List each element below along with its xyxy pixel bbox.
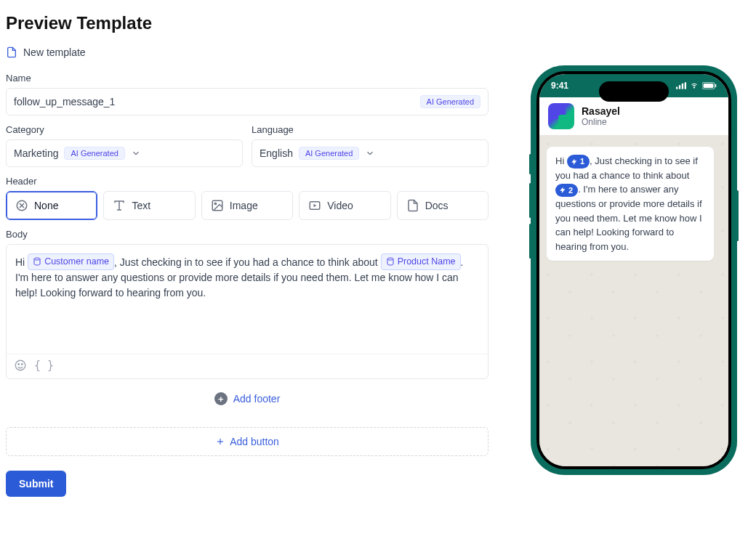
phone-time: 9:41 xyxy=(551,81,568,91)
svg-rect-16 xyxy=(676,87,677,89)
header-option-label: None xyxy=(34,200,58,211)
cancel-icon xyxy=(15,199,28,212)
cellular-icon xyxy=(676,82,686,89)
body-text-segment: Hi xyxy=(15,256,28,268)
body-editor[interactable]: Hi Customer name, Just checking in to se… xyxy=(6,244,488,379)
variable-token-label: Product Name xyxy=(398,255,456,269)
body-label: Body xyxy=(6,229,488,240)
name-input[interactable]: follow_up_message_1 AI Generated xyxy=(6,88,488,115)
plus-icon xyxy=(215,436,225,447)
message-segment: Hi xyxy=(555,155,567,166)
database-icon xyxy=(386,257,395,266)
header-option-image[interactable]: Image xyxy=(201,191,293,220)
language-label: Language xyxy=(252,124,488,135)
header-option-docs[interactable]: Docs xyxy=(397,191,488,220)
svg-point-20 xyxy=(693,87,694,88)
header-option-video[interactable]: Video xyxy=(299,191,390,220)
add-button-button[interactable]: Add button xyxy=(6,427,488,456)
category-select[interactable]: Marketing AI Generated xyxy=(6,139,243,167)
svg-marker-8 xyxy=(314,204,317,208)
ai-generated-badge: AI Generated xyxy=(420,95,480,108)
insert-variable-button[interactable]: { } xyxy=(34,359,54,374)
body-text-segment: , Just checking in to see if you had a c… xyxy=(114,256,381,268)
svg-rect-22 xyxy=(704,84,714,88)
plus-icon: + xyxy=(214,392,228,405)
chevron-down-icon xyxy=(365,148,375,158)
header-option-text[interactable]: Text xyxy=(103,191,195,220)
header-type-group: None Text Image Video Docs xyxy=(6,191,488,220)
svg-rect-17 xyxy=(679,85,680,89)
body-toolbar: { } xyxy=(7,354,488,378)
add-footer-label: Add footer xyxy=(233,393,281,405)
svg-rect-19 xyxy=(685,82,686,89)
category-value: Marketing xyxy=(14,147,58,159)
bolt-icon xyxy=(571,158,578,166)
text-icon xyxy=(113,199,126,212)
submit-button[interactable]: Submit xyxy=(6,471,66,497)
variable-token-product[interactable]: Product Name xyxy=(381,253,461,270)
svg-point-10 xyxy=(387,258,393,260)
svg-point-9 xyxy=(34,258,40,260)
language-select[interactable]: English AI Generated xyxy=(252,139,488,167)
docs-icon xyxy=(406,199,419,212)
chat-header: Rasayel Online xyxy=(539,97,728,135)
svg-rect-18 xyxy=(682,84,683,89)
svg-point-6 xyxy=(214,203,216,204)
body-text-content[interactable]: Hi Customer name, Just checking in to se… xyxy=(7,245,488,354)
svg-point-13 xyxy=(22,364,23,365)
video-icon xyxy=(308,199,321,212)
document-icon xyxy=(6,46,17,58)
language-value: English xyxy=(260,147,293,159)
variable-token-label: Customer name xyxy=(44,255,109,269)
variable-placeholder-2: 2 xyxy=(555,184,578,198)
header-option-label: Docs xyxy=(425,200,449,211)
svg-rect-23 xyxy=(715,84,717,88)
header-option-label: Video xyxy=(327,200,353,211)
add-button-label: Add button xyxy=(230,436,279,447)
svg-point-11 xyxy=(15,360,25,370)
wifi-icon xyxy=(689,82,699,89)
page-title: Preview Template xyxy=(0,0,756,38)
ai-generated-badge: AI Generated xyxy=(299,147,359,160)
variable-token-customer[interactable]: Customer name xyxy=(28,253,114,270)
battery-icon xyxy=(702,82,717,89)
ai-generated-badge: AI Generated xyxy=(64,147,124,160)
header-option-label: Image xyxy=(230,200,258,211)
chat-status: Online xyxy=(582,117,620,127)
emoji-icon[interactable] xyxy=(14,359,27,374)
phone-notch xyxy=(599,81,669,102)
phone-side-button xyxy=(529,224,531,259)
category-label: Category xyxy=(6,124,243,135)
header-option-label: Text xyxy=(132,200,150,211)
add-footer-button[interactable]: + Add footer xyxy=(6,379,488,414)
variable-placeholder-1: 1 xyxy=(567,155,590,168)
message-segment: . I'm here to answer any questions or pr… xyxy=(555,184,702,251)
image-icon xyxy=(211,199,224,212)
avatar xyxy=(548,103,574,129)
breadcrumb-label: New template xyxy=(23,46,86,58)
chat-name: Rasayel xyxy=(582,105,620,117)
header-label: Header xyxy=(6,176,488,187)
bolt-icon xyxy=(559,187,566,194)
phone-side-button xyxy=(529,183,531,218)
phone-preview: 9:41 Rasayel Online Hi xyxy=(532,67,736,474)
header-option-none[interactable]: None xyxy=(6,191,97,220)
name-input-value: follow_up_message_1 xyxy=(14,96,414,107)
message-bubble: Hi 1, Just checking in to see if you had… xyxy=(547,147,714,261)
name-label: Name xyxy=(6,73,488,84)
chat-pane: Hi 1, Just checking in to see if you had… xyxy=(539,135,728,466)
database-icon xyxy=(33,257,41,266)
chevron-down-icon xyxy=(131,148,141,158)
svg-point-12 xyxy=(18,364,20,365)
phone-side-button xyxy=(736,190,739,241)
phone-side-button xyxy=(529,154,531,174)
breadcrumb-new-template[interactable]: New template xyxy=(6,38,488,64)
